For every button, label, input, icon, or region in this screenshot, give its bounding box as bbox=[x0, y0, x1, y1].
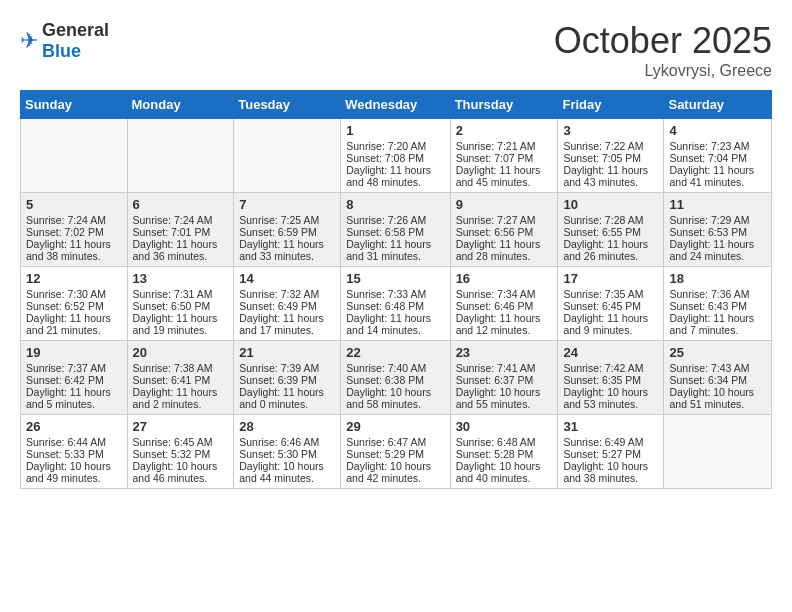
day-info-line: Sunrise: 7:40 AM bbox=[346, 362, 444, 374]
location-subtitle: Lykovrysi, Greece bbox=[554, 62, 772, 80]
day-number: 22 bbox=[346, 345, 444, 360]
day-info-line: Daylight: 11 hours bbox=[669, 164, 766, 176]
logo-icon: ✈ bbox=[20, 28, 38, 54]
calendar-day-cell: 28Sunrise: 6:46 AMSunset: 5:30 PMDayligh… bbox=[234, 415, 341, 489]
day-info-line: Daylight: 10 hours bbox=[133, 460, 229, 472]
day-number: 30 bbox=[456, 419, 553, 434]
day-number: 21 bbox=[239, 345, 335, 360]
day-info-line: Daylight: 11 hours bbox=[563, 164, 658, 176]
day-info-line: Daylight: 11 hours bbox=[26, 312, 122, 324]
day-info-line: and 49 minutes. bbox=[26, 472, 122, 484]
day-info-line: and 36 minutes. bbox=[133, 250, 229, 262]
day-info-line: Sunset: 6:59 PM bbox=[239, 226, 335, 238]
calendar-day-cell bbox=[664, 415, 772, 489]
day-number: 4 bbox=[669, 123, 766, 138]
day-info-line: Sunset: 6:46 PM bbox=[456, 300, 553, 312]
day-info-line: Daylight: 10 hours bbox=[563, 460, 658, 472]
logo-general: General bbox=[42, 20, 109, 40]
day-info-line: Sunset: 7:08 PM bbox=[346, 152, 444, 164]
day-info-line: Sunset: 6:39 PM bbox=[239, 374, 335, 386]
day-number: 3 bbox=[563, 123, 658, 138]
day-info-line: Sunset: 6:45 PM bbox=[563, 300, 658, 312]
calendar-day-cell: 3Sunrise: 7:22 AMSunset: 7:05 PMDaylight… bbox=[558, 119, 664, 193]
day-info-line: and 44 minutes. bbox=[239, 472, 335, 484]
day-number: 26 bbox=[26, 419, 122, 434]
day-number: 13 bbox=[133, 271, 229, 286]
calendar-day-cell: 25Sunrise: 7:43 AMSunset: 6:34 PMDayligh… bbox=[664, 341, 772, 415]
day-number: 19 bbox=[26, 345, 122, 360]
day-info-line: Sunset: 6:37 PM bbox=[456, 374, 553, 386]
day-info-line: Sunrise: 7:26 AM bbox=[346, 214, 444, 226]
day-info-line: Sunset: 6:41 PM bbox=[133, 374, 229, 386]
day-number: 17 bbox=[563, 271, 658, 286]
day-info-line: Daylight: 11 hours bbox=[456, 312, 553, 324]
calendar-day-cell: 2Sunrise: 7:21 AMSunset: 7:07 PMDaylight… bbox=[450, 119, 558, 193]
day-info-line: Sunset: 5:30 PM bbox=[239, 448, 335, 460]
day-number: 10 bbox=[563, 197, 658, 212]
day-info-line: Sunset: 6:38 PM bbox=[346, 374, 444, 386]
day-info-line: Sunset: 7:02 PM bbox=[26, 226, 122, 238]
day-info-line: and 45 minutes. bbox=[456, 176, 553, 188]
day-info-line: Sunrise: 7:24 AM bbox=[133, 214, 229, 226]
day-info-line: and 31 minutes. bbox=[346, 250, 444, 262]
calendar-day-cell: 17Sunrise: 7:35 AMSunset: 6:45 PMDayligh… bbox=[558, 267, 664, 341]
logo: ✈ General Blue bbox=[20, 20, 109, 62]
day-info-line: Sunrise: 6:49 AM bbox=[563, 436, 658, 448]
calendar-day-cell bbox=[234, 119, 341, 193]
day-info-line: Sunset: 7:07 PM bbox=[456, 152, 553, 164]
day-info-line: Sunrise: 7:33 AM bbox=[346, 288, 444, 300]
day-info-line: Sunrise: 6:47 AM bbox=[346, 436, 444, 448]
day-info-line: Daylight: 11 hours bbox=[346, 164, 444, 176]
day-number: 1 bbox=[346, 123, 444, 138]
calendar-day-cell: 11Sunrise: 7:29 AMSunset: 6:53 PMDayligh… bbox=[664, 193, 772, 267]
day-number: 15 bbox=[346, 271, 444, 286]
day-number: 12 bbox=[26, 271, 122, 286]
day-info-line: and 48 minutes. bbox=[346, 176, 444, 188]
day-info-line: Daylight: 11 hours bbox=[346, 312, 444, 324]
calendar-day-cell: 16Sunrise: 7:34 AMSunset: 6:46 PMDayligh… bbox=[450, 267, 558, 341]
day-number: 25 bbox=[669, 345, 766, 360]
day-info-line: Daylight: 10 hours bbox=[239, 460, 335, 472]
day-info-line: Sunset: 6:53 PM bbox=[669, 226, 766, 238]
day-info-line: Sunrise: 7:34 AM bbox=[456, 288, 553, 300]
calendar-day-cell: 4Sunrise: 7:23 AMSunset: 7:04 PMDaylight… bbox=[664, 119, 772, 193]
day-number: 16 bbox=[456, 271, 553, 286]
calendar-day-cell: 29Sunrise: 6:47 AMSunset: 5:29 PMDayligh… bbox=[341, 415, 450, 489]
day-info-line: Sunrise: 7:42 AM bbox=[563, 362, 658, 374]
day-info-line: Sunset: 5:33 PM bbox=[26, 448, 122, 460]
day-info-line: Sunset: 6:52 PM bbox=[26, 300, 122, 312]
day-info-line: Sunset: 7:04 PM bbox=[669, 152, 766, 164]
calendar-day-cell: 23Sunrise: 7:41 AMSunset: 6:37 PMDayligh… bbox=[450, 341, 558, 415]
day-info-line: Daylight: 10 hours bbox=[26, 460, 122, 472]
day-info-line: Daylight: 10 hours bbox=[563, 386, 658, 398]
day-number: 14 bbox=[239, 271, 335, 286]
calendar-day-cell: 27Sunrise: 6:45 AMSunset: 5:32 PMDayligh… bbox=[127, 415, 234, 489]
day-info-line: Daylight: 11 hours bbox=[26, 386, 122, 398]
day-info-line: Daylight: 11 hours bbox=[239, 238, 335, 250]
day-info-line: and 43 minutes. bbox=[563, 176, 658, 188]
calendar-day-cell: 15Sunrise: 7:33 AMSunset: 6:48 PMDayligh… bbox=[341, 267, 450, 341]
day-info-line: Sunset: 6:42 PM bbox=[26, 374, 122, 386]
day-info-line: Daylight: 11 hours bbox=[133, 386, 229, 398]
calendar-day-header: Thursday bbox=[450, 91, 558, 119]
day-info-line: Sunrise: 7:22 AM bbox=[563, 140, 658, 152]
month-title: October 2025 bbox=[554, 20, 772, 62]
day-info-line: and 24 minutes. bbox=[669, 250, 766, 262]
day-info-line: Daylight: 11 hours bbox=[669, 312, 766, 324]
calendar-week-row: 1Sunrise: 7:20 AMSunset: 7:08 PMDaylight… bbox=[21, 119, 772, 193]
day-info-line: Sunset: 6:43 PM bbox=[669, 300, 766, 312]
day-info-line: and 21 minutes. bbox=[26, 324, 122, 336]
day-number: 5 bbox=[26, 197, 122, 212]
day-number: 20 bbox=[133, 345, 229, 360]
day-info-line: and 7 minutes. bbox=[669, 324, 766, 336]
calendar-day-header: Friday bbox=[558, 91, 664, 119]
title-block: October 2025 Lykovrysi, Greece bbox=[554, 20, 772, 80]
day-info-line: and 51 minutes. bbox=[669, 398, 766, 410]
day-number: 6 bbox=[133, 197, 229, 212]
day-info-line: Daylight: 10 hours bbox=[456, 460, 553, 472]
day-info-line: and 40 minutes. bbox=[456, 472, 553, 484]
day-info-line: Sunrise: 6:45 AM bbox=[133, 436, 229, 448]
day-info-line: Daylight: 10 hours bbox=[669, 386, 766, 398]
calendar-day-header: Wednesday bbox=[341, 91, 450, 119]
day-info-line: Daylight: 11 hours bbox=[26, 238, 122, 250]
